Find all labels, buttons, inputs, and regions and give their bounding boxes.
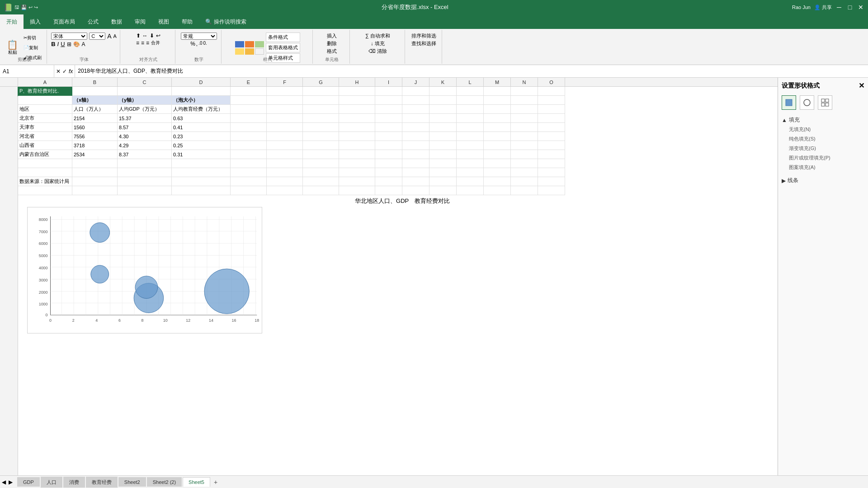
cell-D9[interactable] (172, 159, 231, 168)
cell-K3[interactable] (429, 105, 457, 114)
cell-C6[interactable]: 4.30 (118, 132, 172, 141)
cut-button[interactable]: ✂剪切 (21, 33, 44, 42)
cell-J10[interactable] (402, 168, 429, 177)
cell-M7[interactable] (484, 141, 511, 150)
cell-L2[interactable] (457, 96, 484, 105)
cell-M2[interactable] (484, 96, 511, 105)
cell-E6[interactable] (231, 132, 267, 141)
cell-I5[interactable] (375, 123, 402, 132)
cell-F6[interactable] (267, 132, 303, 141)
cell-B2[interactable]: （x轴） (72, 96, 118, 105)
align-top-btn[interactable]: ⬆ (136, 33, 141, 39)
tab-review[interactable]: 审阅 (128, 14, 152, 29)
font-size-select[interactable]: C 11 (89, 33, 105, 40)
tab-view[interactable]: 视图 (152, 14, 175, 29)
underline-btn[interactable]: U (61, 41, 65, 47)
cell-H10[interactable] (339, 168, 375, 177)
clear-btn[interactable]: ⌫ 清除 (368, 48, 387, 55)
cell-M9[interactable] (484, 159, 511, 168)
cell-O11[interactable] (538, 177, 565, 186)
cell-K4[interactable] (429, 114, 457, 123)
delete-cells-btn[interactable]: 删除 (327, 40, 337, 47)
col-header-J[interactable]: J (402, 78, 429, 86)
cell-D10[interactable] (172, 168, 231, 177)
format-cells-btn[interactable]: 格式 (327, 48, 337, 55)
cell-M10[interactable] (484, 168, 511, 177)
cell-C12[interactable] (118, 186, 172, 195)
cell-H9[interactable] (339, 159, 375, 168)
cell-O2[interactable] (538, 96, 565, 105)
cell-O3[interactable] (538, 105, 565, 114)
cell-K7[interactable] (429, 141, 457, 150)
cell-M1[interactable] (484, 87, 511, 96)
col-header-M[interactable]: M (484, 78, 511, 86)
col-header-H[interactable]: H (339, 78, 375, 86)
cell-N12[interactable] (511, 186, 538, 195)
font-decrease-btn[interactable]: A (113, 33, 117, 39)
cell-H6[interactable] (339, 132, 375, 141)
cell-G10[interactable] (303, 168, 339, 177)
cell-C7[interactable]: 4.29 (118, 141, 172, 150)
panel-close-btn[interactable]: ✕ (859, 81, 864, 90)
tab-page-layout[interactable]: 页面布局 (47, 14, 81, 29)
maximize-btn[interactable]: □ (846, 4, 854, 11)
cell-D7[interactable]: 0.25 (172, 141, 231, 150)
bubble-neimenggu[interactable] (135, 276, 158, 299)
name-box[interactable]: A1 (0, 65, 54, 77)
cell-N1[interactable] (511, 87, 538, 96)
bubble-shanxi[interactable] (91, 265, 109, 283)
cell-L5[interactable] (457, 123, 484, 132)
tab-help[interactable]: 帮助 (175, 14, 199, 29)
insert-cells-btn[interactable]: 插入 (327, 33, 337, 39)
cell-B4[interactable]: 2154 (72, 114, 118, 123)
conditional-format-btn[interactable]: 条件格式 (266, 33, 300, 42)
auto-sum-btn[interactable]: ∑ 自动求和 (365, 33, 390, 39)
cell-K2[interactable] (429, 96, 457, 105)
cell-E5[interactable] (231, 123, 267, 132)
number-format-select[interactable]: 常规 (181, 33, 217, 40)
cell-I9[interactable] (375, 159, 402, 168)
cell-N10[interactable] (511, 168, 538, 177)
cell-A6[interactable]: 河北省 (18, 132, 72, 141)
cell-J2[interactable] (402, 96, 429, 105)
cell-A9[interactable] (18, 159, 72, 168)
cell-D4[interactable]: 0.63 (172, 114, 231, 123)
tab-formula[interactable]: 公式 (81, 14, 105, 29)
sheet-tab-population[interactable]: 人口 (41, 477, 62, 488)
cell-A8[interactable]: 内蒙古自治区 (18, 150, 72, 159)
align-middle-btn[interactable]: ↔ (142, 33, 148, 39)
cell-C4[interactable]: 15.37 (118, 114, 172, 123)
cell-J12[interactable] (402, 186, 429, 195)
cell-O7[interactable] (538, 141, 565, 150)
cell-I12[interactable] (375, 186, 402, 195)
cell-K6[interactable] (429, 132, 457, 141)
cell-A10[interactable] (18, 168, 72, 177)
cell-J8[interactable] (402, 150, 429, 159)
decimal-inc-btn[interactable]: .0 (198, 41, 202, 47)
fill-btn[interactable]: ↓ 填充 (371, 40, 385, 47)
close-btn[interactable]: ✕ (857, 4, 864, 11)
cell-I11[interactable] (375, 177, 402, 186)
font-color-btn[interactable]: A (82, 41, 85, 47)
cell-C10[interactable] (118, 168, 172, 177)
cell-G3[interactable] (303, 105, 339, 114)
cell-F1[interactable] (267, 87, 303, 96)
cell-O8[interactable] (538, 150, 565, 159)
cell-K1[interactable] (429, 87, 457, 96)
chart-area[interactable]: 华北地区人口、GDP 教育经费对比 (18, 195, 778, 335)
fill-icon-btn[interactable] (782, 95, 796, 110)
fill-option-solid[interactable]: 纯色填充(S) (782, 134, 864, 144)
tab-data[interactable]: 数据 (105, 14, 128, 29)
cell-C1[interactable] (118, 87, 172, 96)
cell-B6[interactable]: 7556 (72, 132, 118, 141)
cell-E11[interactable] (231, 177, 267, 186)
cell-F11[interactable] (267, 177, 303, 186)
decimal-dec-btn[interactable]: 0. (203, 41, 207, 47)
cell-A5[interactable]: 天津市 (18, 123, 72, 132)
cell-G12[interactable] (303, 186, 339, 195)
cell-A1[interactable]: P、教育经费对比. (18, 87, 72, 96)
sheet-tab-sheet5[interactable]: Sheet5 (183, 477, 210, 487)
cell-L4[interactable] (457, 114, 484, 123)
cell-J6[interactable] (402, 132, 429, 141)
cell-K5[interactable] (429, 123, 457, 132)
